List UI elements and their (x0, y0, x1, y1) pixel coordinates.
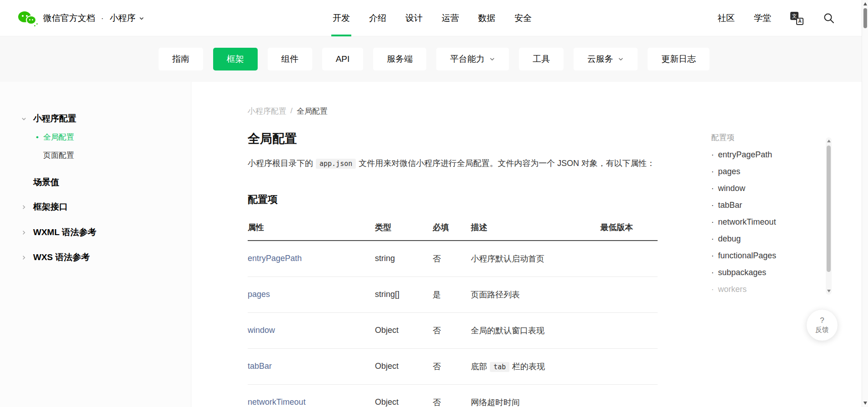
prop-link-networkTimeout[interactable]: networkTimeout (248, 397, 305, 407)
translate-icon[interactable]: 文 A (790, 12, 803, 25)
top-nav-item-develop[interactable]: 开发 (333, 0, 350, 36)
subnav-tools-button[interactable]: 工具 (519, 48, 564, 70)
product-name-label: 小程序 (110, 12, 135, 24)
sidebar-item-label: 全局配置 (43, 133, 74, 141)
cell-required: 否 (433, 348, 471, 384)
breadcrumb-parent[interactable]: 小程序配置 (248, 106, 286, 116)
table-row: window Object 否 全局的默认窗口表现 (248, 312, 658, 348)
sidebar-item-page-config[interactable]: 页面配置 (0, 146, 191, 165)
top-nav-item-intro[interactable]: 介绍 (369, 0, 386, 36)
subnav-guide-button[interactable]: 指南 (159, 48, 203, 70)
toc-item-label: tabBar (718, 201, 742, 210)
cell-desc: 页面路径列表 (471, 276, 600, 312)
toc-scrollbar[interactable] (826, 137, 832, 295)
product-selector[interactable]: 小程序 (110, 12, 145, 24)
academy-link[interactable]: 学堂 (754, 12, 771, 24)
cell-min-version (600, 348, 658, 384)
cell-min-version (600, 241, 658, 276)
search-icon[interactable] (823, 12, 835, 25)
subnav-component-button[interactable]: 组件 (268, 48, 312, 70)
toc-item-window[interactable]: ·window (711, 180, 823, 197)
table-header-row: 属性 类型 必填 描述 最低版本 (248, 214, 658, 241)
toc-item-label: functionalPages (718, 251, 776, 260)
toc-item-label: debug (718, 234, 741, 243)
toc-item-workers[interactable]: ·workers (711, 281, 823, 295)
prop-link-pages[interactable]: pages (248, 290, 270, 299)
config-table: 属性 类型 必填 描述 最低版本 entryPagePath string 否 … (248, 214, 658, 407)
scroll-down-icon[interactable] (827, 290, 831, 292)
cell-type: Object (375, 348, 433, 384)
inline-code: app.json (316, 159, 356, 169)
subnav-label: 平台能力 (450, 53, 484, 65)
cell-type: Object (375, 384, 433, 407)
intro-paragraph: 小程序根目录下的app.json文件用来对微信小程序进行全局配置。文件内容为一个… (248, 158, 658, 169)
sidebar-item-wxml-reference[interactable]: WXML 语法参考 (0, 224, 191, 241)
cell-desc: 底部tab栏的表现 (471, 348, 600, 384)
toc-title: 配置项 (711, 132, 823, 143)
table-row: pages string[] 是 页面路径列表 (248, 276, 658, 312)
cell-min-version (600, 384, 658, 407)
toc-bullet: · (711, 201, 714, 210)
top-nav-item-design[interactable]: 设计 (405, 0, 423, 36)
sidebar-item-label: 小程序配置 (33, 113, 76, 125)
feedback-button[interactable]: ? 反馈 (807, 310, 838, 341)
toc-scrollbar-thumb[interactable] (827, 146, 831, 272)
subnav-api-button[interactable]: API (322, 48, 364, 70)
prop-link-tabBar[interactable]: tabBar (248, 362, 272, 371)
sidebar-item-wxs-reference[interactable]: WXS 语法参考 (0, 249, 191, 266)
cell-desc: 全局的默认窗口表现 (471, 312, 600, 348)
toc-bullet: · (711, 234, 714, 243)
sidebar-item-label: WXS 语法参考 (33, 251, 90, 263)
cell-desc: 网络超时时间 (471, 384, 600, 407)
toc-bullet: · (711, 167, 714, 176)
top-nav-item-operation[interactable]: 运营 (442, 0, 459, 36)
chevron-right-icon (21, 255, 33, 261)
sidebar-item-framework-api[interactable]: 框架接口 (0, 198, 191, 216)
toc-bullet: · (711, 217, 714, 226)
toc-item-label: entryPagePath (718, 150, 772, 159)
subnav-cloud-dropdown[interactable]: 云服务 (574, 48, 638, 70)
main-content: 小程序配置 / 全局配置 全局配置 小程序根目录下的app.json文件用来对微… (248, 82, 658, 407)
intro-text: 小程序根目录下的 (248, 159, 313, 168)
toc-item-label: window (718, 184, 745, 193)
subnav-changelog-button[interactable]: 更新日志 (648, 48, 709, 70)
toc-item-functionalPages[interactable]: ·functionalPages (711, 247, 823, 264)
col-header-desc: 描述 (471, 214, 600, 241)
scroll-up-icon[interactable] (863, 2, 867, 5)
site-title: 微信官方文档 (43, 12, 95, 24)
toc-item-debug[interactable]: ·debug (711, 231, 823, 247)
browser-scrollbar[interactable] (862, 0, 868, 407)
top-header: 微信官方文档 · 小程序 开发 介绍 设计 运营 数据 安全 社区 学堂 文 A (0, 0, 868, 36)
toc-item-subpackages[interactable]: ·subpackages (711, 264, 823, 281)
breadcrumb: 小程序配置 / 全局配置 (248, 106, 658, 116)
cell-required: 是 (433, 276, 471, 312)
desc-code: tab (490, 362, 509, 372)
sidebar-item-scene-values[interactable]: 场景值 (0, 174, 191, 191)
subnav-label: 指南 (172, 53, 190, 65)
subnav-server-button[interactable]: 服务端 (373, 48, 426, 70)
col-header-required: 必填 (433, 214, 471, 241)
scroll-down-icon[interactable] (863, 402, 867, 405)
toc-item-entryPagePath[interactable]: ·entryPagePath (711, 146, 823, 163)
sidebar-item-global-config[interactable]: • 全局配置 (0, 128, 191, 146)
toc-item-tabBar[interactable]: ·tabBar (711, 197, 823, 214)
sidebar-item-miniprogram-config[interactable]: 小程序配置 (0, 110, 191, 127)
top-nav-item-data[interactable]: 数据 (478, 0, 495, 36)
desc-text: 底部 (471, 362, 487, 371)
sidebar-item-label: 框架接口 (33, 201, 68, 213)
table-row: tabBar Object 否 底部tab栏的表现 (248, 348, 658, 384)
subnav-framework-button[interactable]: 框架 (213, 48, 258, 70)
site-logo-home-link[interactable]: 微信官方文档 · 小程序 (18, 0, 145, 36)
scrollbar-thumb[interactable] (863, 8, 867, 28)
prop-link-entryPagePath[interactable]: entryPagePath (248, 254, 302, 263)
toc-item-pages[interactable]: ·pages (711, 163, 823, 180)
top-nav-item-security[interactable]: 安全 (514, 0, 532, 36)
toc-bullet: · (711, 184, 714, 193)
header-right: 社区 学堂 文 A (718, 0, 835, 36)
prop-link-window[interactable]: window (248, 326, 275, 335)
community-link[interactable]: 社区 (718, 12, 735, 24)
scroll-up-icon[interactable] (827, 140, 831, 142)
toc-item-networkTimeout[interactable]: ·networkTimeout (711, 214, 823, 231)
subnav-label: 更新日志 (661, 53, 696, 65)
subnav-platform-dropdown[interactable]: 平台能力 (436, 48, 509, 70)
